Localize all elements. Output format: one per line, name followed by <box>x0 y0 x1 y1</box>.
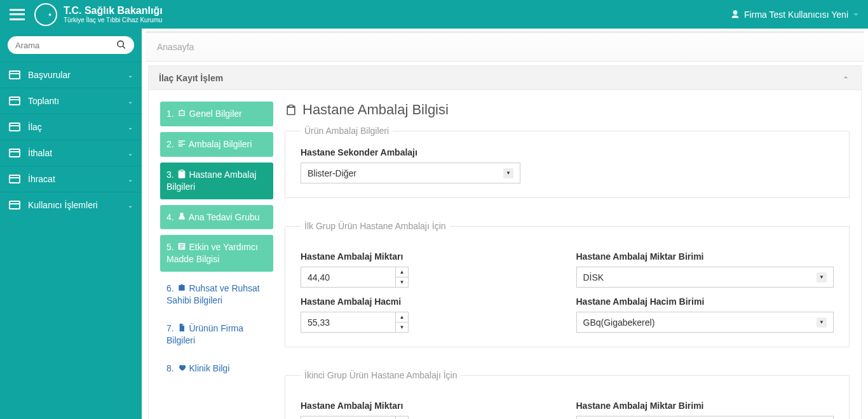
menu-toggle[interactable] <box>10 9 25 20</box>
wizard-step-2[interactable]: 2. Ambalaj Bilgileri <box>160 132 273 157</box>
step-label: Ambalaj Bilgileri <box>189 139 252 149</box>
sidebar-item-1[interactable]: Toplantı⌄ <box>0 88 142 114</box>
crescent-star-icon <box>34 3 57 26</box>
panel-title: İlaç Kayıt İşlem <box>159 73 223 83</box>
step-icon <box>177 211 187 222</box>
search-input[interactable] <box>8 36 134 54</box>
chevron-down-icon: ⌄ <box>128 150 133 157</box>
form-area: Hastane Ambalaj Bilgisi Ürün Ambalaj Bil… <box>285 102 850 419</box>
step-icon <box>177 323 187 333</box>
step-label: Genel Bilgiler <box>189 109 241 119</box>
header-bar: T.C. Sağlık Bakanlığı Türkiye İlaç ve Tı… <box>0 0 868 29</box>
sidebar-item-label: Başvurular <box>28 70 71 80</box>
chevron-down-icon: ⌄ <box>128 98 133 105</box>
sidebar-item-5[interactable]: Kullanıcı İşlemleri⌄ <box>0 192 142 218</box>
select-miktar-birimi2[interactable]: DİĞER▼ <box>576 416 834 419</box>
sidebar-item-3[interactable]: İthalat⌄ <box>0 140 142 166</box>
search-icon[interactable] <box>116 40 126 51</box>
user-menu[interactable]: Firma Test Kullanıcısı Yeni <box>730 10 858 20</box>
step-icon <box>177 169 187 179</box>
main-content: Anasayfa İlaç Kayıt İşlem 1. Genel Bilgi… <box>142 29 868 419</box>
module-icon <box>9 123 20 131</box>
step-label: Klinik Bilgi <box>189 363 229 373</box>
brand-logo: T.C. Sağlık Bakanlığı Türkiye İlaç ve Tı… <box>34 3 163 26</box>
sidebar-item-label: Toplantı <box>28 96 59 106</box>
select-miktar-birimi1[interactable]: DİSK▼ <box>576 267 834 288</box>
fieldset-ikinci-grup: İkinci Grup Ürün Hastane Ambalajı İçin H… <box>285 370 850 419</box>
sidebar: Başvurular⌄Toplantı⌄İlaç⌄İthalat⌄İhracat… <box>0 29 142 419</box>
module-icon <box>9 175 20 183</box>
wizard-steps: 1. Genel Bilgiler2. Ambalaj Bilgileri3. … <box>160 102 273 419</box>
module-icon <box>9 149 20 157</box>
step-icon <box>177 283 187 293</box>
chevron-down-icon: ▼ <box>817 272 827 283</box>
fieldset-ilk-grup: İlk Grup Ürün Hastane Ambalajı İçin Hast… <box>285 221 850 347</box>
breadcrumb[interactable]: Anasayfa <box>146 31 864 62</box>
label-sekonder: Hastane Sekonder Ambalajı <box>301 147 834 157</box>
clipboard-icon <box>285 103 297 116</box>
select-hacim-birimi1[interactable]: GBq(Gigabekerel)▼ <box>576 312 834 333</box>
wizard-step-3[interactable]: 3. Hastane Ambalaj Bilgileri <box>160 163 273 199</box>
chevron-down-icon: ▼ <box>817 317 827 328</box>
module-icon <box>9 96 20 105</box>
sidebar-search[interactable] <box>8 36 134 54</box>
chevron-down-icon: ⌄ <box>128 72 133 79</box>
spin-up[interactable]: ▲ <box>396 416 408 419</box>
spin-up[interactable]: ▲ <box>396 312 408 323</box>
step-icon <box>177 241 187 251</box>
brand-title: T.C. Sağlık Bakanlığı <box>64 5 163 17</box>
chevron-down-icon: ⌄ <box>128 124 133 131</box>
chevron-down-icon: ⌄ <box>128 176 133 183</box>
wizard-step-8[interactable]: 8. Klinik Bilgi <box>160 357 273 380</box>
step-label: Ana Tedavi Grubu <box>189 212 260 222</box>
sidebar-item-2[interactable]: İlaç⌄ <box>0 114 142 140</box>
panel-ilac-kayit: İlaç Kayıt İşlem 1. Genel Bilgiler2. Amb… <box>148 65 862 419</box>
spin-up[interactable]: ▲ <box>396 267 408 277</box>
chevron-down-icon <box>853 13 858 16</box>
wizard-step-4[interactable]: 4. Ana Tedavi Grubu <box>160 205 273 230</box>
module-icon <box>9 201 20 210</box>
chevron-up-icon[interactable] <box>841 72 851 83</box>
user-icon <box>730 10 740 20</box>
wizard-step-1[interactable]: 1. Genel Bilgiler <box>160 102 273 126</box>
form-heading: Hastane Ambalaj Bilgisi <box>285 102 850 118</box>
wizard-step-5[interactable]: 5. Etkin ve Yardımcı Madde Bilgisi <box>160 235 273 272</box>
spinner-miktar1[interactable]: 44,40 ▲▼ <box>301 267 409 288</box>
sidebar-item-4[interactable]: İhracat⌄ <box>0 166 142 192</box>
spinner-miktar2[interactable]: 23,33 ▲▼ <box>301 416 409 419</box>
step-icon <box>177 138 187 149</box>
wizard-step-6[interactable]: 6. Ruhsat ve Ruhsat Sahibi Bilgileri <box>160 277 273 312</box>
module-icon <box>9 70 20 79</box>
sidebar-item-label: Kullanıcı İşlemleri <box>28 200 98 210</box>
sidebar-item-label: İhracat <box>28 174 55 184</box>
step-icon <box>177 362 187 373</box>
chevron-down-icon: ▼ <box>503 168 513 178</box>
fieldset-urun-ambalaj: Ürün Ambalaj Bilgileri Hastane Sekonder … <box>285 126 850 198</box>
sidebar-item-0[interactable]: Başvurular⌄ <box>0 62 142 88</box>
sidebar-item-label: İthalat <box>28 148 52 158</box>
spin-down[interactable]: ▼ <box>396 277 408 287</box>
user-name: Firma Test Kullanıcısı Yeni <box>744 10 848 20</box>
brand-subtitle: Türkiye İlaç ve Tıbbi Cihaz Kurumu <box>64 17 163 23</box>
chevron-down-icon: ⌄ <box>128 202 133 209</box>
wizard-step-7[interactable]: 7. Ürünün Firma Bilgileri <box>160 317 273 352</box>
spin-down[interactable]: ▼ <box>396 323 408 332</box>
step-icon <box>177 108 187 118</box>
spinner-hacim1[interactable]: 55,33 ▲▼ <box>301 312 409 333</box>
sidebar-item-label: İlaç <box>28 122 42 132</box>
select-sekonder[interactable]: Blister-Diğer ▼ <box>301 163 520 183</box>
